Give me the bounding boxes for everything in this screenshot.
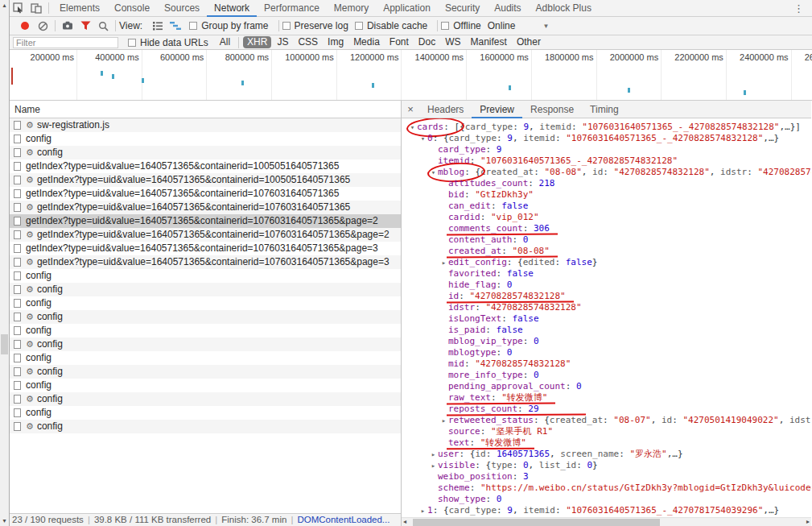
scrollbar-thumb[interactable] (1, 334, 8, 354)
device-toolbar-icon[interactable] (27, 0, 45, 16)
expand-arrow-icon[interactable]: ▸ (429, 460, 438, 471)
waterfall-overview-icon[interactable] (167, 18, 184, 34)
filter-type-manifest[interactable]: Manifest (467, 36, 511, 48)
filter-type-media[interactable]: Media (349, 36, 384, 48)
tab-memory[interactable]: Memory (327, 0, 376, 17)
network-request-row[interactable]: ⚙config (10, 392, 401, 406)
preserve-log-checkbox[interactable] (282, 22, 291, 30)
chevron-down-icon[interactable]: ▼ (542, 23, 549, 30)
scroll-right-icon[interactable]: ▸ (806, 518, 810, 526)
json-colon: : (528, 178, 538, 188)
throttling-select[interactable]: Online (488, 20, 516, 31)
hscrollbar-thumb[interactable] (413, 519, 660, 526)
json-property-row: bid: "GtIzDkh3y" (402, 189, 811, 201)
filter-type-font[interactable]: Font (385, 36, 413, 48)
group-by-frame-checkbox[interactable] (189, 22, 197, 30)
scroll-up-icon[interactable]: ▴ (0, 2, 9, 9)
network-request-row[interactable]: ⚙config (10, 283, 401, 296)
tab-application[interactable]: Application (376, 0, 438, 17)
filter-type-doc[interactable]: Doc (414, 36, 439, 48)
network-request-row[interactable]: ⚙config (10, 365, 401, 379)
timeline-overview[interactable]: 200000 ms400000 ms600000 ms800000 ms1000… (10, 50, 812, 101)
network-request-row[interactable]: ⚙getIndex?type=uid&value=1640571365&cont… (10, 228, 401, 242)
json-property-row: raw_text: "转发微博" (402, 392, 811, 404)
network-request-row[interactable]: ⚙getIndex?type=uid&value=1640571365&cont… (10, 201, 401, 214)
filter-type-css[interactable]: CSS (294, 36, 322, 48)
inspect-element-icon[interactable] (10, 0, 27, 16)
network-request-row[interactable]: config (10, 351, 401, 365)
tab-security[interactable]: Security (438, 0, 487, 17)
network-request-row[interactable]: ⚙getIndex?type=uid&value=1640571365&cont… (10, 173, 401, 187)
network-request-row[interactable]: config (10, 406, 401, 420)
filter-type-img[interactable]: Img (324, 36, 348, 48)
scroll-down-icon[interactable]: ▾ (0, 517, 9, 524)
close-icon[interactable]: × (402, 103, 419, 115)
network-request-row[interactable]: config (10, 296, 401, 310)
network-request-row[interactable]: getIndex?type=uid&value=1640571365&conta… (10, 242, 401, 255)
tab-sources[interactable]: Sources (157, 0, 207, 17)
network-request-row[interactable]: config (10, 269, 401, 283)
scroll-left-icon[interactable]: ◂ (403, 518, 406, 526)
dom-content-loaded-link[interactable]: DOMContentLoaded... (297, 515, 390, 524)
network-request-row[interactable]: ⚙getIndex?type=uid&value=1640571365&cont… (10, 255, 401, 269)
search-icon[interactable] (94, 18, 112, 34)
disable-cache-checkbox[interactable] (355, 22, 363, 30)
filter-type-js[interactable]: JS (273, 36, 292, 48)
network-request-row[interactable]: ⚙config (10, 338, 401, 351)
network-request-row[interactable]: getIndex?type=uid&value=1640571365&conta… (10, 159, 401, 173)
json-property-row: ▸1: {card_type: 9, itemid: "107603164057… (402, 505, 811, 516)
json-key: created_at (448, 246, 501, 256)
filter-icon[interactable] (76, 18, 94, 34)
tab-performance[interactable]: Performance (257, 0, 327, 17)
json-property-row: ▾cards: [{card_type: 9, itemid: "1076031… (402, 122, 811, 133)
hide-data-urls-checkbox[interactable] (128, 39, 136, 47)
filter-type-other[interactable]: Other (513, 36, 545, 48)
expand-arrow-icon[interactable]: ▸ (439, 257, 448, 268)
network-request-row[interactable]: config (10, 324, 401, 338)
filter-input[interactable] (13, 37, 118, 48)
network-request-row[interactable]: getIndex?type=uid&value=1640571365&conta… (10, 187, 401, 201)
json-value: false (566, 257, 592, 267)
tab-network[interactable]: Network (207, 0, 257, 17)
name-column-header[interactable]: Name (10, 101, 401, 118)
tab-console[interactable]: Console (107, 0, 157, 17)
horizontal-scrollbar[interactable]: ◂ ▸ (402, 517, 811, 526)
page-scrollbar[interactable]: ▴ ▾ (0, 0, 10, 526)
filter-type-xhr[interactable]: XHR (243, 36, 271, 48)
tab-elements[interactable]: Elements (52, 0, 107, 17)
network-activity-tick (744, 90, 746, 95)
network-request-row[interactable]: ⚙config (10, 146, 401, 159)
request-detail-pane: × HeadersPreviewResponseTiming ▾cards: [… (402, 101, 811, 526)
tab-adblock-plus[interactable]: Adblock Plus (529, 0, 599, 17)
filter-type-all[interactable]: All (216, 36, 234, 48)
collapse-arrow-icon[interactable]: ▾ (418, 133, 427, 144)
filter-type-ws[interactable]: WS (441, 36, 464, 48)
detail-tab-timing[interactable]: Timing (582, 101, 627, 118)
network-request-row[interactable]: config (10, 379, 401, 392)
json-colon: : (523, 370, 534, 380)
detail-tab-response[interactable]: Response (522, 101, 582, 118)
request-rows-view-icon[interactable] (149, 18, 167, 34)
expand-arrow-icon[interactable]: ▸ (418, 505, 427, 516)
json-value: "1076031640571365_-_4270828574832128" (566, 133, 763, 143)
network-request-row[interactable]: ⚙config (10, 310, 401, 324)
expand-arrow-icon[interactable]: ▸ (429, 449, 438, 460)
offline-checkbox[interactable] (441, 22, 449, 30)
tab-audits[interactable]: Audits (487, 0, 528, 17)
json-value: "4270828574832128" (485, 302, 581, 313)
json-value: "1076031640571365_-_4270828574832128" (582, 122, 779, 132)
network-request-row[interactable]: ⚙sw-registration.js (10, 118, 401, 132)
detail-tab-preview[interactable]: Preview (472, 101, 522, 118)
clear-icon[interactable] (34, 18, 52, 34)
request-name: getIndex?type=uid&value=1640571365&conta… (26, 159, 339, 173)
network-request-row[interactable]: config (10, 132, 401, 146)
more-menu-icon[interactable]: ⋮ (785, 2, 812, 14)
capture-screenshots-icon[interactable] (59, 18, 76, 34)
detail-tab-headers[interactable]: Headers (419, 101, 472, 118)
tree-indent (429, 144, 438, 155)
tree-indent (439, 347, 448, 358)
expand-arrow-icon[interactable]: ▸ (439, 415, 448, 426)
network-request-row[interactable]: getIndex?type=uid&value=1640571365&conta… (10, 214, 401, 228)
record-icon[interactable] (16, 18, 34, 34)
network-request-row[interactable]: ⚙config (10, 420, 401, 433)
